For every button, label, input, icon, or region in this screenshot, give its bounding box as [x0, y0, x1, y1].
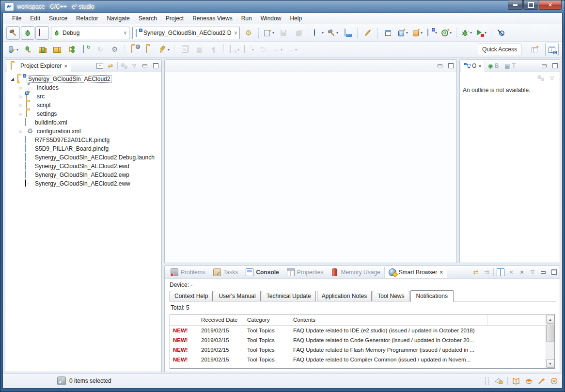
code-generator-button[interactable]: G✦▾ — [439, 26, 453, 40]
menu-source[interactable]: Source — [45, 14, 72, 23]
expand-arrow-icon[interactable]: ▷ — [18, 112, 24, 116]
focus-icon[interactable] — [121, 63, 127, 69]
editor-area[interactable] — [164, 59, 457, 263]
tab-properties[interactable]: Properties — [283, 266, 328, 278]
tree-item-ewd[interactable]: Synergy_GCloudSln_AECloud2.ewd — [6, 162, 161, 171]
table-row[interactable]: NEW! 2019/02/15 Tool Topics FAQ Update r… — [170, 345, 554, 355]
quick-access-button[interactable]: Quick Access — [478, 44, 521, 55]
table-row[interactable]: NEW! 2019/02/15 Tool Topics FAQ Update r… — [170, 355, 554, 364]
profiling-button[interactable]: ☛▾ — [6, 43, 20, 56]
minimize-view-icon[interactable] — [141, 62, 149, 70]
export-icon[interactable]: ⇉ — [483, 268, 490, 276]
menu-help[interactable]: Help — [285, 14, 306, 23]
project-explorer-tab[interactable]: Project Explorer × — [7, 60, 71, 72]
maximize-view-icon[interactable] — [447, 62, 455, 70]
launch-config-combo[interactable]: c Synergy_GCloudSln_AECloud2 Deb ∨ — [132, 27, 240, 39]
trace-button[interactable] — [361, 26, 375, 40]
maximize-view-icon[interactable] — [550, 268, 558, 276]
minimize-button[interactable] — [508, 0, 523, 10]
build-project-button[interactable]: ▾ — [326, 26, 340, 40]
forward-button[interactable]: →▾ — [285, 43, 299, 56]
restore-button[interactable] — [523, 0, 538, 10]
collapse-all-button[interactable]: − — [96, 62, 104, 70]
binary-file-button[interactable]: 010 — [341, 26, 354, 40]
minimize-view-icon[interactable] — [539, 268, 547, 276]
menu-renesas-views[interactable]: Renesas Views — [188, 14, 237, 23]
subtab-technical-update[interactable]: Technical Update — [262, 291, 316, 301]
menu-refactor[interactable]: Refactor — [72, 14, 102, 23]
menu-project[interactable]: Project — [161, 14, 188, 23]
maximize-view-icon[interactable] — [551, 62, 559, 70]
table-scrollbar[interactable]: ▲ ▼ — [546, 314, 554, 368]
launch-settings-button[interactable]: ⚙ — [242, 26, 255, 40]
maximize-view-icon[interactable] — [152, 62, 159, 70]
previous-annotation-button[interactable]: ↑▾ — [242, 43, 255, 56]
tab-breakpoints[interactable]: ◉ B — [485, 60, 502, 72]
menu-navigate[interactable]: Navigate — [102, 14, 134, 23]
scroll-thumb[interactable] — [546, 325, 554, 342]
menu-run[interactable]: Run — [237, 14, 256, 23]
cpp-perspective-button[interactable]: C — [545, 43, 559, 56]
table-row[interactable]: NEW! 2019/02/15 Tool Topics FAQ Update r… — [170, 335, 554, 345]
expand-arrow-icon[interactable]: ▷ — [18, 103, 24, 108]
subtab-users-manual[interactable]: User's Manual — [214, 291, 260, 301]
new-wizard-button[interactable]: ✦ ▾ — [262, 26, 276, 40]
import-projects-button[interactable] — [128, 43, 142, 56]
training-cap-icon[interactable] — [525, 377, 533, 385]
new-synergy-project-button[interactable]: ✦▾ — [410, 26, 424, 40]
focus-icon[interactable] — [537, 75, 544, 81]
delete-all-icon[interactable]: × — [518, 268, 526, 276]
toggle-search-button[interactable] — [495, 26, 508, 40]
tree-item-pincfg2[interactable]: S5D9_PILLAR_Board.pincfg — [6, 144, 161, 153]
reload-generated-button[interactable]: ↻ — [79, 43, 93, 56]
open-perspective-button[interactable]: ✦ — [528, 43, 541, 56]
titlebar[interactable]: e² workspace - C/C++ - e² studio ✕ — [2, 0, 563, 13]
tab-tasks[interactable]: Tasks — [209, 266, 242, 278]
tree-item-project[interactable]: ◢ S Synergy_GCloudSln_AECloud2 — [6, 75, 161, 83]
user-manual-icon[interactable] — [512, 377, 520, 385]
back-to-button[interactable]: ⮌ — [256, 43, 270, 56]
performance-button[interactable] — [50, 43, 63, 56]
subtab-application-notes[interactable]: Application Notes — [317, 291, 372, 301]
tab-memory-usage[interactable]: Memory Usage — [327, 266, 384, 278]
editor-empty-area[interactable] — [165, 72, 456, 263]
table-header[interactable]: Received Date Category Contents — [170, 314, 554, 326]
subtab-tool-news[interactable]: Tool News — [373, 291, 409, 301]
refresh-button[interactable]: ↻ — [94, 43, 107, 56]
tab-console[interactable]: Console — [242, 266, 282, 278]
configure-button[interactable]: ⚙ — [108, 43, 122, 56]
show-whitespace-button[interactable]: ¶ — [207, 43, 220, 56]
scroll-down-icon[interactable]: ▼ — [546, 359, 554, 368]
tree-item-ewp[interactable]: Synergy_GCloudSln_AECloud2.ewp — [6, 171, 161, 179]
tab-tasks[interactable]: ▤ T — [502, 60, 518, 72]
link-editor-button[interactable]: ⇄ — [107, 62, 114, 70]
debug-browser-button[interactable]: ▾ — [312, 26, 325, 40]
menu-edit[interactable]: Edit — [26, 14, 45, 23]
tab-outline[interactable]: O × — [461, 60, 485, 72]
view-menu-icon[interactable]: ▽ — [130, 62, 138, 70]
tab-smart-browser[interactable]: Smart Browser× — [384, 266, 447, 278]
debug-button[interactable] — [21, 26, 34, 40]
menu-file[interactable]: File — [8, 14, 26, 23]
mark-occurrences-button[interactable]: ▾ — [157, 43, 171, 56]
tree-item-configuration[interactable]: ▷ ⚙ configuration.xml — [6, 127, 161, 136]
tree-item-launch[interactable]: Synergy_GCloudSln_AECloud2 Debug.launch — [6, 153, 161, 162]
stop-button[interactable] — [35, 26, 49, 40]
expand-arrow-icon[interactable]: ◢ — [9, 77, 16, 81]
sync-icon[interactable]: ⇄ — [472, 268, 480, 276]
tab-problems[interactable]: Problems — [167, 266, 209, 278]
expand-arrow-icon[interactable]: ▷ — [18, 94, 24, 99]
new-c-file-button[interactable]: c✦▾ — [425, 26, 439, 40]
run-secure-button[interactable]: ▾ — [474, 26, 488, 40]
show-source-button[interactable]: ▤ — [192, 43, 206, 56]
subtab-context-help[interactable]: Context Help — [170, 291, 213, 301]
close-icon[interactable]: × — [64, 63, 67, 69]
tree-item-buildinfo[interactable]: buildinfo.xml — [6, 118, 161, 127]
expand-arrow-icon[interactable]: ▷ — [18, 86, 24, 90]
tree-item-pincfg1[interactable]: R7FS5D97E2A01CLK.pincfg — [6, 136, 161, 144]
notifications-table[interactable]: Received Date Category Contents NEW! 201… — [170, 314, 555, 369]
debug-as-button[interactable]: ▾ — [460, 26, 473, 40]
build-variables-button[interactable] — [178, 43, 191, 56]
manual-book-icon[interactable] — [497, 268, 504, 276]
new-c-project-button[interactable]: C✦▾ — [396, 26, 409, 40]
